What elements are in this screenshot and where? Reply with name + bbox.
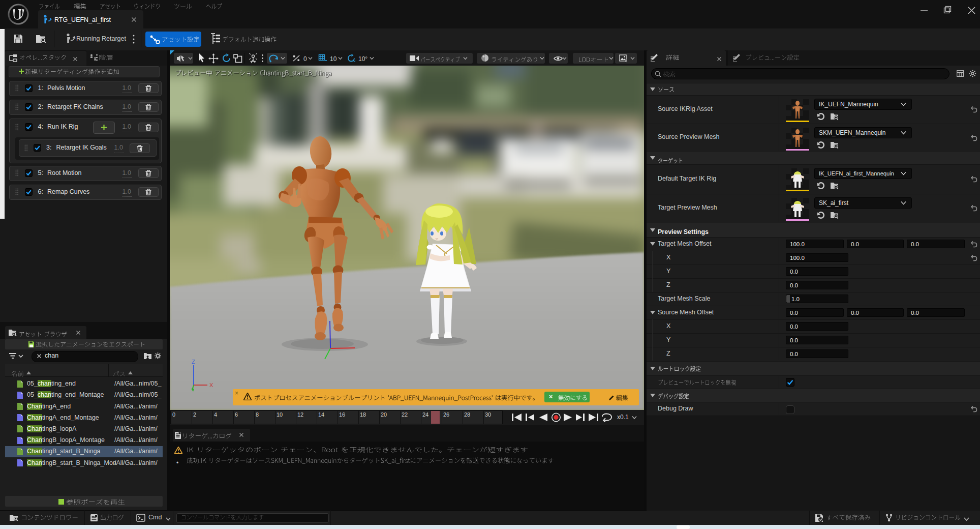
- svg-text:X: X: [209, 382, 213, 388]
- svg-text:Z: Z: [192, 360, 195, 365]
